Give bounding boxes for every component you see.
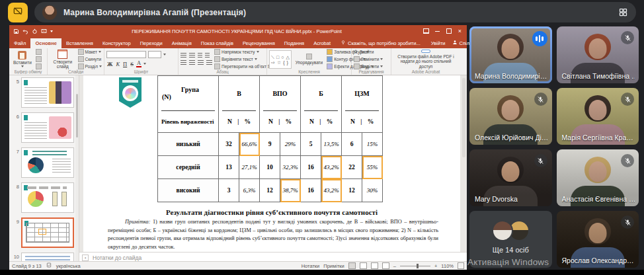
tab-Переходи[interactable]: Переходи bbox=[136, 38, 167, 48]
copy-icon[interactable] bbox=[36, 56, 42, 62]
ribbon-display-options-button[interactable] bbox=[421, 26, 432, 36]
slide-thumbnail-7[interactable] bbox=[21, 147, 74, 178]
slideshow-icon[interactable] bbox=[41, 28, 47, 34]
slide-sorter-view-button[interactable] bbox=[360, 262, 367, 269]
participant-tile[interactable]: Mary Dvorska bbox=[469, 149, 552, 206]
align-right-icon[interactable] bbox=[198, 60, 204, 65]
participant-tile[interactable]: Анастасія Євгенівна … bbox=[557, 149, 639, 206]
justify-icon[interactable] bbox=[206, 60, 212, 65]
tab-Acrobat[interactable]: Acrobat bbox=[309, 38, 335, 48]
avatar bbox=[492, 220, 513, 241]
shape-icon[interactable]: ○ bbox=[281, 55, 284, 59]
shape-icon[interactable]: } bbox=[287, 60, 288, 65]
shape-icon[interactable]: □ bbox=[276, 55, 279, 59]
save-icon[interactable] bbox=[13, 28, 19, 34]
cut-icon[interactable] bbox=[36, 49, 42, 55]
slide-canvas[interactable]: Група(N)Рівень вираженостіВN | %ВПОN | %… bbox=[79, 75, 467, 252]
decrease-indent-icon[interactable] bbox=[198, 53, 202, 58]
tell-me-box[interactable]: Скажіть, що потрібно зробити... bbox=[335, 40, 426, 48]
underline-button[interactable]: П bbox=[122, 61, 128, 67]
italic-button[interactable]: К bbox=[115, 61, 120, 67]
tab-Анімація[interactable]: Анімація bbox=[167, 38, 196, 48]
replace-button[interactable]: Замінити bbox=[354, 56, 383, 62]
redo-icon[interactable] bbox=[32, 28, 38, 34]
select-button[interactable]: Виділити bbox=[354, 63, 383, 69]
participant-tile[interactable]: Ярослав Олександр… bbox=[557, 211, 639, 268]
presenter-pill[interactable]: Марина Володимирівна Агапій (Презентація… bbox=[34, 2, 636, 22]
spellcheck-icon[interactable] bbox=[46, 262, 52, 269]
canvas-scrollbar[interactable] bbox=[462, 78, 465, 157]
increase-indent-icon[interactable] bbox=[205, 53, 210, 58]
bold-button[interactable]: Ж bbox=[106, 61, 113, 67]
window-title: ПЕРЕЖИВАННЯ ПОЧУТТЯ САМОТНОСТІ УКРАЇНЦЯМ… bbox=[53, 28, 421, 34]
normal-view-button[interactable] bbox=[348, 262, 356, 269]
participant-tile[interactable]: Олексій Юрійович Ді… bbox=[469, 88, 552, 145]
slide-number: 8 bbox=[9, 182, 19, 213]
font-color-caret-icon[interactable] bbox=[143, 63, 146, 65]
slide-thumbnail-8[interactable] bbox=[21, 182, 74, 213]
paste-button[interactable]: Вставити bbox=[11, 50, 34, 69]
slide-thumbnail-10[interactable] bbox=[21, 253, 74, 261]
notes-splitter[interactable]: ▪ bbox=[82, 255, 89, 261]
slide-thumbnail-9[interactable] bbox=[21, 217, 74, 248]
slides-group: Створити слайд Макет Скинути Розділ Слай… bbox=[48, 48, 104, 75]
slideshow-view-button[interactable] bbox=[382, 262, 389, 269]
participant-tile[interactable]: Марія Сергіївна Кра… bbox=[557, 88, 639, 145]
participant-name: Світлана Тимофіївна … bbox=[562, 72, 635, 80]
comments-toggle-button[interactable]: Примітки bbox=[323, 263, 344, 269]
layout-button[interactable]: Макет bbox=[78, 49, 102, 55]
align-center-icon[interactable] bbox=[189, 60, 195, 65]
section-button[interactable]: Розділ bbox=[78, 63, 102, 69]
presentation-paused-button[interactable] bbox=[8, 3, 28, 22]
zoom-level[interactable]: 110% bbox=[441, 263, 454, 269]
note-body: 1) назви груп опитаних респондентів пода… bbox=[108, 219, 438, 250]
grow-font-icon[interactable] bbox=[163, 54, 166, 56]
notes-toggle-button[interactable]: Нотатки bbox=[302, 263, 320, 269]
minimize-button[interactable] bbox=[432, 26, 443, 36]
tab-Файл[interactable]: Файл bbox=[9, 38, 30, 48]
participant-tile[interactable]: Світлана Тимофіївна … bbox=[557, 26, 639, 83]
bullets-icon[interactable] bbox=[181, 53, 186, 58]
zoom-slider[interactable] bbox=[400, 266, 430, 266]
thumbnails-scrollbar[interactable] bbox=[75, 75, 79, 261]
current-slide: Група(N)Рівень вираженостіВN | %ВПОN | %… bbox=[83, 75, 460, 252]
slide-thumbnail-5[interactable] bbox=[21, 77, 74, 108]
shape-icon[interactable]: ⇨ bbox=[271, 60, 275, 65]
reading-view-button[interactable] bbox=[371, 262, 378, 269]
shape-icon[interactable]: ⟍ bbox=[271, 55, 274, 59]
new-slide-button[interactable]: Створити слайд bbox=[50, 50, 76, 69]
shapes-gallery[interactable]: ⟍□○△ ⇨☆{} bbox=[269, 50, 292, 69]
zoom-out-button[interactable]: – bbox=[393, 263, 396, 269]
font-name-input[interactable] bbox=[106, 51, 146, 58]
language-indicator[interactable]: українська bbox=[56, 263, 81, 269]
tab-Конструктор[interactable]: Конструктор bbox=[98, 38, 136, 48]
format-painter-icon[interactable] bbox=[36, 63, 42, 69]
font-size-input[interactable] bbox=[148, 51, 161, 58]
shape-icon[interactable]: { bbox=[283, 60, 284, 65]
find-button[interactable]: Знайти bbox=[354, 50, 383, 55]
grid-view-icon[interactable] bbox=[618, 7, 628, 17]
ppt-tab-row: ФайлОсновнеВставленняКонструкторПереходи… bbox=[9, 37, 467, 48]
undo-icon[interactable] bbox=[22, 28, 28, 34]
align-left-icon[interactable] bbox=[181, 60, 186, 65]
font-color-button[interactable]: А bbox=[136, 60, 141, 67]
restore-button[interactable] bbox=[443, 26, 454, 36]
tab-Рецензування[interactable]: Рецензування bbox=[238, 38, 280, 48]
fit-to-window-icon[interactable] bbox=[458, 262, 464, 269]
arrange-button[interactable]: Упорядкувати bbox=[294, 50, 325, 69]
reset-button[interactable]: Скинути bbox=[78, 56, 102, 62]
tab-Подання[interactable]: Подання bbox=[280, 38, 309, 48]
numbering-icon[interactable] bbox=[189, 53, 195, 58]
sign-in-button[interactable]: Увійти bbox=[431, 40, 446, 46]
tab-Показ слайдів[interactable]: Показ слайдів bbox=[196, 38, 238, 48]
text-shadow-button[interactable]: S bbox=[130, 61, 134, 67]
tab-Вставлення[interactable]: Вставлення bbox=[61, 38, 98, 48]
slide-thumbnail-6[interactable] bbox=[21, 112, 74, 143]
shape-icon[interactable]: △ bbox=[286, 55, 289, 59]
create-pdf-button[interactable]: Створити файл Adobe PDF і надати до ньог… bbox=[393, 50, 458, 69]
close-button[interactable]: × bbox=[454, 26, 465, 36]
zoom-in-button[interactable]: + bbox=[434, 263, 437, 269]
participant-tile[interactable]: Марина Володимирі… bbox=[469, 26, 552, 83]
shape-icon[interactable]: ☆ bbox=[277, 60, 281, 65]
tab-Основне[interactable]: Основне bbox=[30, 38, 61, 48]
